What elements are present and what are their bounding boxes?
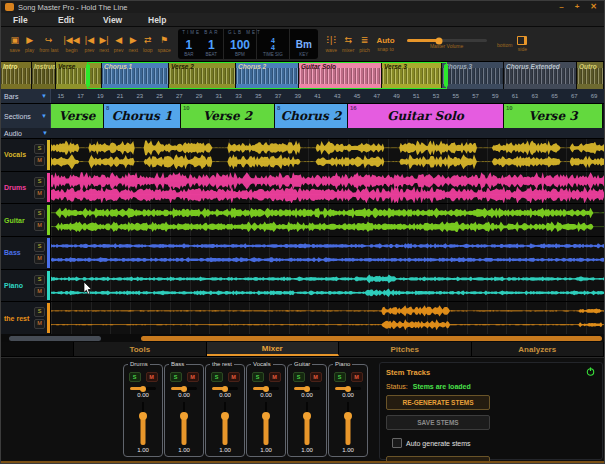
- label-column-scrollbar-thumb[interactable]: [9, 336, 101, 341]
- section-block[interactable]: 10Verse 2: [181, 104, 275, 128]
- pan-slider[interactable]: [130, 387, 156, 390]
- save-stems-button[interactable]: SAVE STEMS: [386, 415, 490, 430]
- mixer-mute-button[interactable]: M: [310, 372, 322, 382]
- pan-slider[interactable]: [253, 387, 279, 390]
- from-last-button[interactable]: ↪from last: [39, 35, 58, 53]
- track-waveform[interactable]: [51, 204, 604, 236]
- volume-knob[interactable]: [303, 412, 311, 420]
- volume-slider[interactable]: [288, 399, 326, 446]
- bottom-button[interactable]: bottom: [497, 41, 512, 48]
- section-block[interactable]: 8Chorus 2: [275, 104, 348, 128]
- track-header-drums[interactable]: DrumsSM: [1, 172, 51, 204]
- track-waveform[interactable]: [51, 302, 604, 334]
- wave-button[interactable]: ᎒|᎒wave: [325, 35, 337, 53]
- space-button[interactable]: ⚑space: [157, 35, 170, 53]
- volume-slider[interactable]: [124, 399, 162, 446]
- mixer-solo-button[interactable]: S: [334, 372, 346, 382]
- menu-item-view[interactable]: View: [103, 15, 148, 25]
- track-mute-button[interactable]: M: [34, 189, 45, 199]
- snap-to-dropdown[interactable]: Auto snap to: [376, 36, 394, 52]
- volume-slider[interactable]: [165, 399, 203, 446]
- track-waveform[interactable]: [51, 139, 604, 171]
- tempo-mode-labels[interactable]: GLB MET: [228, 30, 254, 35]
- view-region-left-handle[interactable]: [86, 64, 90, 87]
- mixer-solo-button[interactable]: S: [252, 372, 264, 382]
- loop-button[interactable]: ⇄loop: [143, 35, 152, 53]
- pitch-button[interactable]: ≣pitch: [359, 35, 370, 53]
- next-section-button[interactable]: ▶next: [129, 35, 138, 53]
- volume-knob[interactable]: [180, 412, 188, 420]
- pan-slider[interactable]: [212, 387, 238, 390]
- minimize-button[interactable]: –: [559, 3, 563, 11]
- volume-knob[interactable]: [262, 412, 270, 420]
- maximize-button[interactable]: +: [575, 3, 580, 11]
- pan-knob[interactable]: [181, 386, 187, 392]
- track-header-bass[interactable]: BassSM: [1, 237, 51, 269]
- track-solo-button[interactable]: S: [34, 307, 45, 317]
- track-waveform[interactable]: [51, 237, 604, 269]
- prev-bar-button[interactable]: |◀prev: [85, 35, 95, 53]
- begin-button[interactable]: |◀◀begin: [63, 35, 79, 53]
- timesig-display[interactable]: 4 4 TIME SIG: [257, 29, 289, 59]
- tab-pitches[interactable]: Pitches: [339, 342, 472, 356]
- track-solo-button[interactable]: S: [34, 242, 45, 252]
- pan-slider[interactable]: [335, 387, 361, 390]
- volume-slider[interactable]: [329, 399, 367, 446]
- mixer-solo-button[interactable]: S: [293, 372, 305, 382]
- track-solo-button[interactable]: S: [34, 275, 45, 285]
- pan-knob[interactable]: [222, 386, 228, 392]
- mixer-mute-button[interactable]: M: [146, 372, 158, 382]
- timeline-scrollbar-thumb[interactable]: [141, 336, 602, 341]
- close-button[interactable]: ✕: [590, 3, 597, 11]
- mixer-mute-button[interactable]: M: [187, 372, 199, 382]
- track-solo-button[interactable]: S: [34, 144, 45, 154]
- mixer-solo-button[interactable]: S: [170, 372, 182, 382]
- power-icon[interactable]: [586, 367, 595, 376]
- mixer-solo-button[interactable]: S: [211, 372, 223, 382]
- mixer-solo-button[interactable]: S: [129, 372, 141, 382]
- track-header-guitar[interactable]: GuitarSM: [1, 204, 51, 236]
- overview-segment[interactable]: Instrumental: [32, 62, 56, 89]
- prev-section-button[interactable]: ◀prev: [114, 35, 124, 53]
- track-waveform[interactable]: [51, 172, 604, 204]
- key-display[interactable]: Bm KEY: [290, 29, 318, 59]
- play-button[interactable]: ▶play: [25, 35, 34, 53]
- pan-knob[interactable]: [263, 386, 269, 392]
- audio-group-header[interactable]: Audio▼: [1, 128, 604, 139]
- sections-row-header[interactable]: Sections▼: [1, 104, 51, 128]
- next-bar-button[interactable]: ▶|next: [99, 35, 108, 53]
- overview-segment[interactable]: Outro: [577, 62, 604, 89]
- volume-knob[interactable]: [221, 412, 229, 420]
- menu-item-help[interactable]: Help: [148, 15, 193, 25]
- track-mute-button[interactable]: M: [34, 287, 45, 297]
- pan-knob[interactable]: [140, 386, 146, 392]
- track-header-the-rest[interactable]: the restSM: [1, 302, 51, 334]
- mixer-mute-button[interactable]: M: [351, 372, 363, 382]
- view-region-right-handle[interactable]: [444, 64, 448, 87]
- bars-row-header[interactable]: Bars▼: [1, 89, 51, 103]
- side-button[interactable]: side: [517, 36, 527, 52]
- section-block[interactable]: 16Guitar Solo: [348, 104, 504, 128]
- mixer-mute-button[interactable]: M: [269, 372, 281, 382]
- track-header-vocals[interactable]: VocalsSM: [1, 139, 51, 171]
- overview-segment[interactable]: Chorus 3: [442, 62, 504, 89]
- track-solo-button[interactable]: S: [34, 209, 45, 219]
- track-mute-button[interactable]: M: [34, 254, 45, 264]
- mixer-mute-button[interactable]: M: [228, 372, 240, 382]
- track-mute-button[interactable]: M: [34, 156, 45, 166]
- volume-slider[interactable]: [206, 399, 244, 446]
- tab-mixer[interactable]: Mixer: [207, 342, 340, 356]
- save-button[interactable]: ▣save: [10, 35, 21, 53]
- display-mode-labels[interactable]: TIME BAR: [182, 30, 221, 35]
- volume-knob[interactable]: [139, 412, 147, 420]
- pan-knob[interactable]: [345, 386, 351, 392]
- section-block[interactable]: Verse: [51, 104, 104, 128]
- checkbox-icon[interactable]: [392, 438, 402, 448]
- section-block[interactable]: 10Verse 3: [504, 104, 603, 128]
- overview-segment[interactable]: Intro: [1, 62, 32, 89]
- window-titlebar[interactable]: Song Master Pro - Hold The Line – + ✕: [1, 1, 604, 13]
- master-volume-slider[interactable]: [407, 39, 487, 42]
- pan-slider[interactable]: [171, 387, 197, 390]
- pan-slider[interactable]: [294, 387, 320, 390]
- pan-knob[interactable]: [304, 386, 310, 392]
